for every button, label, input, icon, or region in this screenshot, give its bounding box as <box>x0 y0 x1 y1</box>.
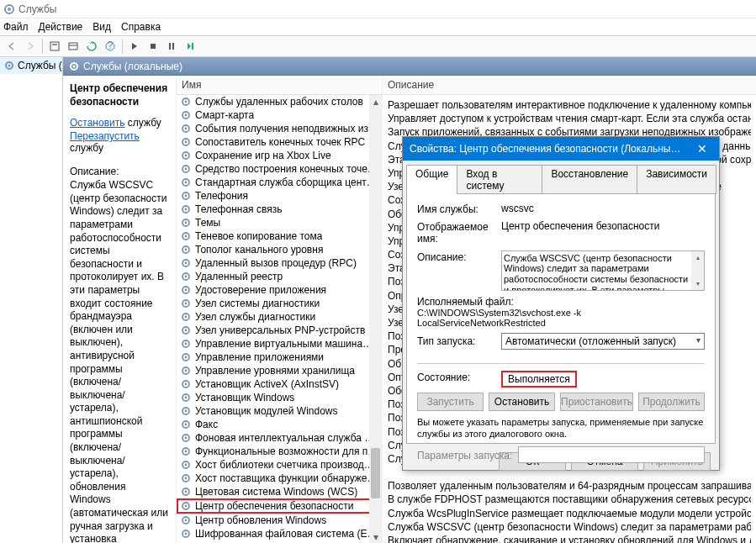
service-row[interactable]: Сопоставитель конечных точек RPC <box>177 135 382 149</box>
tab-recovery[interactable]: Восстановление <box>542 165 637 194</box>
stop-button[interactable]: Остановить <box>489 393 555 411</box>
panel-header-title: Службы (локальные) <box>83 61 182 72</box>
close-icon[interactable]: ✕ <box>685 137 719 161</box>
service-row[interactable]: Теневое копирование тома <box>177 229 382 243</box>
gear-icon <box>180 109 192 121</box>
service-row[interactable]: Узел службы диагностики <box>177 310 382 324</box>
service-row[interactable]: Установщик модулей Windows <box>177 404 382 418</box>
svg-point-45 <box>185 289 188 292</box>
service-row[interactable]: Шифрованная файловая система (EFS) <box>177 527 382 540</box>
service-row[interactable]: Центр обеспечения безопасности <box>177 498 382 514</box>
refresh-icon[interactable] <box>83 38 100 55</box>
separator <box>122 39 123 54</box>
service-row[interactable]: Телефония <box>177 189 382 203</box>
desc-textarea[interactable]: Служба WSCSVC (центр безопасности Window… <box>501 250 705 291</box>
service-name: Удаленный реестр <box>195 271 283 282</box>
pause-button[interactable]: Приостановить <box>560 393 633 411</box>
scroll-up-icon[interactable]: ▴ <box>369 95 382 108</box>
service-row[interactable]: Управление уровнями хранилища <box>177 364 382 377</box>
tab-general[interactable]: Общие <box>406 165 457 194</box>
service-name: Управление приложениями <box>195 351 324 363</box>
service-row[interactable]: Цветовая система Windows (WCS) <box>177 485 382 498</box>
service-row[interactable]: Фоновая интеллектуальная служба передачи… <box>177 431 382 445</box>
tree-root[interactable]: Службы (л <box>0 57 62 74</box>
scroll-up-icon[interactable]: ▴ <box>691 251 704 264</box>
play-icon[interactable] <box>126 38 143 55</box>
service-row[interactable]: Узел системы диагностики <box>177 297 382 310</box>
service-row[interactable]: Факс <box>177 418 382 431</box>
service-row[interactable]: Стандартная служба сборщика центра диагн… <box>177 176 382 189</box>
start-button[interactable]: Запустить <box>417 393 484 411</box>
service-row[interactable]: Узел универсальных PNP-устройств <box>177 324 382 337</box>
svg-point-77 <box>185 505 188 508</box>
service-row[interactable]: Управление приложениями <box>177 351 382 364</box>
service-row[interactable]: Темы <box>177 216 382 229</box>
service-row[interactable]: Установщик Windows <box>177 391 382 404</box>
service-name: Сохранение игр на Xbox Live <box>195 150 331 161</box>
column-header-name[interactable]: Имя <box>177 76 382 95</box>
service-row[interactable]: Смарт-карта <box>177 108 382 122</box>
service-row[interactable]: Удостоверение приложения <box>177 283 382 297</box>
service-row[interactable]: Удаленный реестр <box>177 270 382 283</box>
service-row[interactable]: Хост поставщика функции обнаружения <box>177 472 382 485</box>
service-name: Службы удаленных рабочих столов <box>195 96 363 108</box>
service-row[interactable]: Хост библиотеки счетчика производительно… <box>177 458 382 472</box>
svg-rect-8 <box>151 44 156 49</box>
scroll-thumb[interactable] <box>371 448 380 498</box>
tab-logon[interactable]: Вход в систему <box>457 165 542 194</box>
tab-deps[interactable]: Зависимости <box>637 165 716 194</box>
service-row[interactable]: Управление виртуальными машинами Hyper-V <box>177 337 382 351</box>
textarea-scrollbar[interactable]: ▴ ▾ <box>691 251 704 290</box>
menu-view[interactable]: Вид <box>93 21 111 33</box>
gear-icon <box>180 486 192 498</box>
dialog-title: Свойства: Центр обеспечения безопасности… <box>410 143 685 155</box>
help-icon[interactable]: ? <box>102 38 119 55</box>
service-name: Факс <box>195 419 218 430</box>
service-row[interactable]: Сохранение игр на Xbox Live <box>177 149 382 162</box>
properties-icon[interactable] <box>46 38 63 55</box>
pause-icon[interactable] <box>163 38 180 55</box>
service-name: Стандартная служба сборщика центра диагн… <box>195 177 378 188</box>
svg-point-21 <box>185 128 188 130</box>
service-row[interactable]: Тополог канального уровня <box>177 243 382 256</box>
service-row[interactable]: Телефонная связь <box>177 203 382 216</box>
service-row[interactable]: Службы удаленных рабочих столов <box>177 95 382 108</box>
export-icon[interactable] <box>65 38 82 55</box>
resume-button[interactable]: Продолжить <box>638 393 705 411</box>
menu-file[interactable]: Файл <box>3 21 29 33</box>
service-row[interactable]: Удаленный вызов процедур (RPC) <box>177 256 382 270</box>
stop-icon[interactable] <box>145 38 161 55</box>
menu-help[interactable]: Справка <box>121 21 161 33</box>
svc-name-value[interactable]: wscsvc <box>501 203 534 214</box>
service-row[interactable]: События получения неподвижных изображен.… <box>177 122 382 135</box>
column-header-desc[interactable]: Описание <box>383 76 756 95</box>
svg-point-67 <box>185 437 188 440</box>
gear-icon <box>180 190 192 202</box>
nav-fwd-icon[interactable] <box>22 38 39 55</box>
selected-service-title: Центр обеспечения безопасности <box>70 82 169 108</box>
stop-link[interactable]: Остановить <box>70 117 125 129</box>
service-row[interactable]: Функциональные возможности для подключе.… <box>177 445 382 458</box>
exe-label: Исполняемый файл: <box>417 296 514 308</box>
service-name: Хост поставщика функции обнаружения <box>195 472 378 484</box>
dialog-titlebar[interactable]: Свойства: Центр обеспечения безопасности… <box>403 137 719 161</box>
scrollbar[interactable]: ▴ ▾ <box>369 95 382 543</box>
scroll-down-icon[interactable]: ▾ <box>691 277 704 290</box>
restart-icon[interactable] <box>182 38 198 55</box>
service-name: Удостоверение приложения <box>195 284 326 296</box>
gear-icon <box>180 392 192 403</box>
nav-back-icon[interactable] <box>3 38 20 55</box>
service-row[interactable]: Установщик ActiveX (AxInstSV) <box>177 377 382 391</box>
restart-link[interactable]: Перезапустить <box>70 130 140 142</box>
svg-point-73 <box>185 477 188 480</box>
service-row[interactable]: Центр обновления Windows <box>177 514 382 527</box>
scroll-down-icon[interactable]: ▾ <box>369 530 382 543</box>
service-list[interactable]: Службы удаленных рабочих столовСмарт-кар… <box>177 95 382 543</box>
svg-rect-4 <box>69 43 77 50</box>
menu-action[interactable]: Действие <box>39 21 83 33</box>
params-input[interactable] <box>518 446 705 463</box>
gear-icon <box>180 459 192 471</box>
startup-select[interactable]: Автоматически (отложенный запуск) <box>501 333 705 350</box>
service-row[interactable]: Средство построения конечных точек Windo… <box>177 162 382 176</box>
gear-icon <box>180 365 192 377</box>
